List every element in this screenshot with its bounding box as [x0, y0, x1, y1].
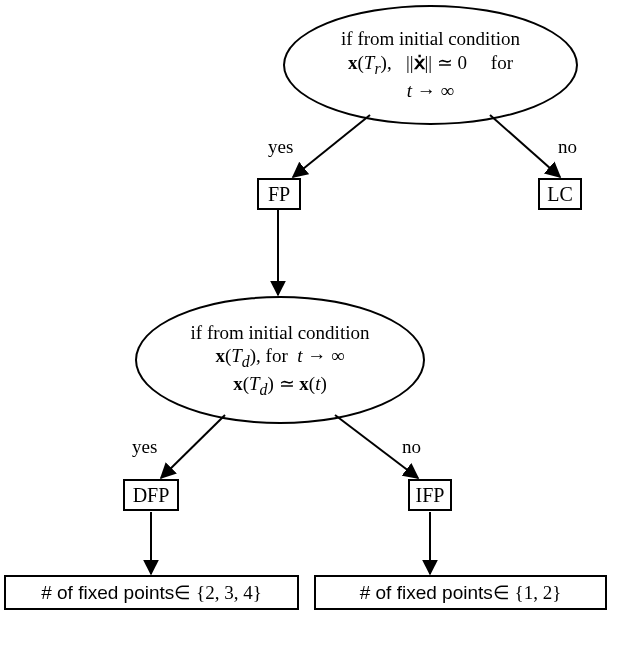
svg-line-1: [490, 115, 560, 177]
d1-Tr-T: T: [364, 52, 375, 73]
leaf-ifp-set: ∈ {1, 2}: [493, 581, 562, 605]
leaf-fixed-points-ifp: # of fixed points ∈ {1, 2}: [314, 575, 607, 610]
d2-line1: if from initial condition: [191, 321, 370, 345]
d2-pc: ),: [250, 345, 261, 366]
node-dfp: DFP: [123, 479, 179, 511]
d2-for: for: [261, 345, 293, 366]
svg-line-0: [293, 115, 370, 177]
decision-initial-condition-2: if from initial condition x(Td), for t →…: [135, 296, 425, 424]
d2-line1-text: if from initial condition: [191, 322, 370, 343]
d2-x2: x: [299, 373, 309, 394]
d2-line2: x(Td), for t → ∞: [215, 344, 344, 372]
leaf-ifp-prefix: # of fixed points: [360, 581, 493, 605]
d2-pc2: ): [320, 373, 326, 394]
edge-label-yes-2: yes: [132, 436, 157, 458]
d1-line1-text: if from initial condition: [341, 28, 520, 49]
d1-for: for: [491, 52, 513, 73]
edge-label-no-2: no: [402, 436, 421, 458]
d2-sim: ≃: [274, 373, 300, 394]
leaf-dfp-set: ∈ {2, 3, 4}: [174, 581, 262, 605]
d2-arrow: → ∞: [303, 345, 345, 366]
d2-x: x: [215, 345, 225, 366]
d1-arrow: → ∞: [412, 80, 454, 101]
decision-initial-condition-1: if from initial condition x(Tr), ||ẋ|| ≃…: [283, 5, 578, 125]
flowchart-canvas: if from initial condition x(Tr), ||ẋ|| ≃…: [0, 0, 640, 671]
d2-Td-T: T: [231, 345, 242, 366]
d1-no: ||: [406, 52, 414, 73]
edge-label-no-1: no: [558, 136, 577, 158]
d2-Td-T2: T: [249, 373, 260, 394]
d1-line3: t → ∞: [407, 79, 454, 103]
d1-line1: if from initial condition: [341, 27, 520, 51]
node-ifp: IFP: [408, 479, 452, 511]
node-fp: FP: [257, 178, 301, 210]
node-lc: LC: [538, 178, 582, 210]
d2-Td-d2: d: [260, 381, 268, 398]
d1-pc: ),: [381, 52, 392, 73]
svg-line-3: [161, 415, 225, 478]
leaf-fixed-points-dfp: # of fixed points ∈ {2, 3, 4}: [4, 575, 299, 610]
edge-label-yes-1: yes: [268, 136, 293, 158]
d1-sim: ≃ 0: [432, 52, 467, 73]
leaf-dfp-prefix: # of fixed points: [41, 581, 174, 605]
d2-x1: x: [233, 373, 243, 394]
d2-Td-d: d: [242, 353, 250, 370]
d2-line3: x(Td) ≃ x(t): [233, 372, 327, 400]
d1-xdot: ẋ: [414, 52, 425, 73]
d1-line2: x(Tr), ||ẋ|| ≃ 0 for: [348, 51, 513, 79]
d1-nc: ||: [425, 52, 433, 73]
